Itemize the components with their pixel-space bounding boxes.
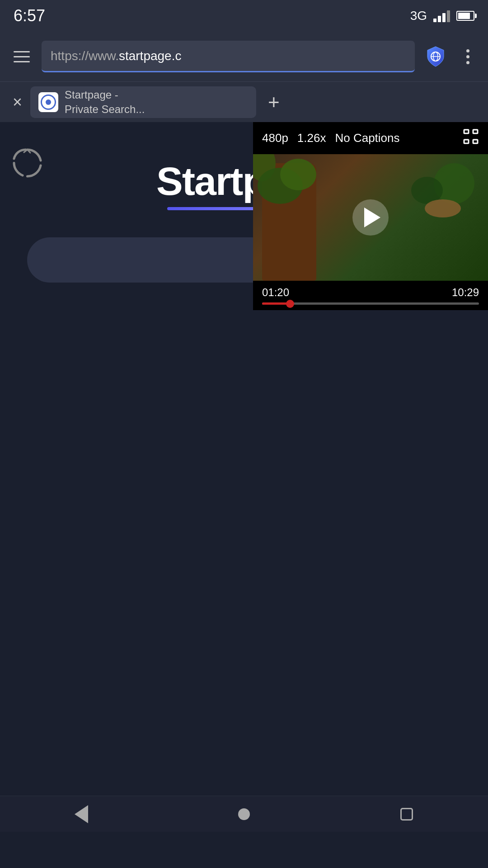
tab-title: Startpage -Private Search... xyxy=(65,88,145,116)
status-icons: 3G xyxy=(410,9,474,23)
svg-rect-4 xyxy=(473,130,478,133)
play-triangle-icon xyxy=(364,208,380,227)
tab-favicon xyxy=(38,92,58,112)
globe-button[interactable] xyxy=(422,43,449,70)
video-resolution[interactable]: 480p xyxy=(262,131,288,145)
progress-track[interactable] xyxy=(262,302,479,305)
video-current-time: 01:20 xyxy=(262,286,289,299)
browser-bar: https://www.startpage.c xyxy=(0,32,488,81)
nest xyxy=(425,199,461,217)
sidebar-spinner-icon[interactable] xyxy=(9,145,45,181)
home-button[interactable] xyxy=(226,801,262,828)
url-bar[interactable]: https://www.startpage.c xyxy=(42,41,415,72)
progress-scrubber[interactable] xyxy=(286,300,294,308)
video-total-time: 10:29 xyxy=(452,286,479,299)
nav-bar xyxy=(0,796,488,832)
progress-times: 01:20 10:29 xyxy=(262,286,479,299)
add-tab-button[interactable]: + xyxy=(261,87,287,117)
status-bar: 6:57 3G xyxy=(0,0,488,32)
more-options-button[interactable] xyxy=(456,43,479,70)
globe-icon xyxy=(424,45,447,68)
network-indicator: 3G xyxy=(410,9,427,23)
more-dot-1 xyxy=(466,49,469,52)
tabs-button[interactable] xyxy=(389,801,425,828)
hamburger-menu-button[interactable] xyxy=(9,47,34,67)
status-time: 6:57 xyxy=(14,6,45,25)
video-captions[interactable]: No Captions xyxy=(335,131,399,145)
video-progress-bar: 01:20 10:29 xyxy=(253,281,488,310)
svg-rect-6 xyxy=(473,140,478,143)
play-button[interactable] xyxy=(352,199,389,236)
video-fullscreen-button[interactable] xyxy=(463,128,479,148)
startpage-favicon-icon xyxy=(41,94,56,110)
hamburger-line-2 xyxy=(14,56,30,57)
more-dot-2 xyxy=(466,55,469,58)
battery-fill xyxy=(458,13,470,19)
video-thumbnail[interactable] xyxy=(253,154,488,281)
video-speed[interactable]: 1.26x xyxy=(297,131,326,145)
back-button[interactable] xyxy=(63,801,99,828)
more-dot-3 xyxy=(466,61,469,64)
svg-rect-5 xyxy=(464,140,469,143)
battery-icon xyxy=(456,11,474,21)
page-content: 480p 1.26x No Captions xyxy=(0,122,488,832)
hamburger-line-3 xyxy=(14,61,30,62)
home-icon xyxy=(238,808,250,820)
tabs-icon xyxy=(400,808,413,821)
video-player: 480p 1.26x No Captions xyxy=(253,122,488,310)
url-text: https://www.startpage.c xyxy=(51,49,406,63)
foliage-2 xyxy=(280,159,316,190)
tab-bar: × Startpage -Private Search... + xyxy=(0,81,488,122)
video-controls-top: 480p 1.26x No Captions xyxy=(253,122,488,154)
spinner-svg xyxy=(10,146,44,180)
signal-icon xyxy=(433,9,450,22)
tab-item[interactable]: Startpage -Private Search... xyxy=(30,86,256,118)
tab-close-button[interactable]: × xyxy=(9,89,26,115)
hamburger-line-1 xyxy=(14,51,30,52)
svg-rect-3 xyxy=(464,130,469,133)
back-icon xyxy=(75,805,88,823)
